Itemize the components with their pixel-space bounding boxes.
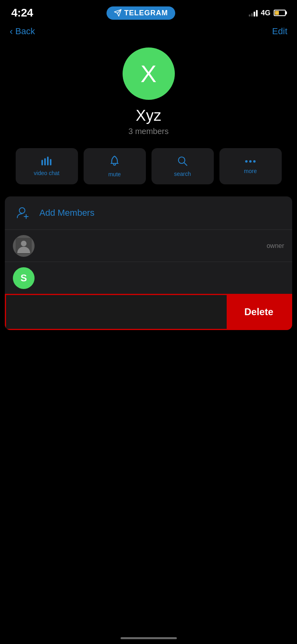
battery-fill bbox=[275, 11, 279, 15]
nav-bar: ‹ Back Edit bbox=[0, 22, 297, 43]
search-svg bbox=[177, 156, 188, 166]
member-1-avatar bbox=[13, 235, 35, 257]
svg-point-13 bbox=[21, 241, 27, 246]
delete-button[interactable]: Delete bbox=[227, 295, 291, 329]
search-label: search bbox=[174, 171, 191, 177]
svg-rect-0 bbox=[41, 160, 43, 165]
svg-point-9 bbox=[19, 208, 25, 213]
telegram-badge: TELEGRAM bbox=[107, 6, 175, 20]
telegram-icon bbox=[114, 9, 122, 17]
member-row-1: owner bbox=[5, 229, 292, 262]
more-icon bbox=[244, 159, 256, 165]
more-svg bbox=[244, 159, 256, 163]
svg-rect-2 bbox=[47, 157, 49, 165]
action-buttons: video chat mute search bbox=[0, 148, 297, 196]
member-1-photo bbox=[16, 238, 32, 254]
add-members-row[interactable]: Add Members bbox=[5, 196, 292, 229]
profile-section: X Xyz 3 members bbox=[0, 43, 297, 148]
search-button[interactable]: search bbox=[152, 148, 214, 184]
member-2-avatar: S bbox=[13, 267, 35, 289]
back-chevron-icon: ‹ bbox=[10, 26, 13, 37]
status-right: 4G bbox=[249, 9, 286, 17]
signal-bar-2 bbox=[251, 13, 253, 17]
add-members-icon bbox=[13, 203, 33, 223]
bell-svg bbox=[109, 155, 120, 167]
svg-rect-1 bbox=[44, 158, 46, 165]
status-time: 4:24 bbox=[11, 6, 33, 19]
member-1-role: owner bbox=[266, 242, 284, 250]
video-chat-icon bbox=[41, 157, 53, 167]
group-avatar: X bbox=[123, 47, 175, 100]
status-bar: 4:24 TELEGRAM 4G bbox=[0, 0, 297, 22]
search-icon bbox=[177, 156, 188, 167]
more-button[interactable]: more bbox=[219, 148, 282, 184]
svg-line-5 bbox=[184, 163, 187, 165]
svg-point-6 bbox=[245, 160, 248, 163]
signal-bar-1 bbox=[249, 14, 250, 17]
members-section: Add Members owner S Delete bbox=[5, 196, 292, 330]
network-type: 4G bbox=[261, 9, 270, 17]
swipe-delete-row[interactable]: Delete bbox=[5, 294, 292, 330]
status-center: TELEGRAM bbox=[107, 6, 175, 20]
swipe-row-content bbox=[6, 295, 227, 329]
svg-point-8 bbox=[253, 160, 256, 163]
svg-rect-3 bbox=[50, 159, 51, 165]
video-chat-svg bbox=[41, 157, 53, 165]
add-person-svg bbox=[16, 206, 30, 220]
mute-label: mute bbox=[108, 171, 121, 178]
svg-point-7 bbox=[249, 160, 252, 163]
back-button[interactable]: ‹ Back bbox=[10, 26, 35, 37]
mute-button[interactable]: mute bbox=[84, 148, 146, 184]
group-name: Xyz bbox=[136, 107, 161, 124]
delete-label: Delete bbox=[244, 306, 273, 318]
video-chat-button[interactable]: video chat bbox=[16, 148, 78, 184]
signal-bar-3 bbox=[254, 12, 255, 17]
add-members-label: Add Members bbox=[39, 208, 94, 218]
signal-bar-4 bbox=[256, 10, 258, 17]
member-2-initial: S bbox=[20, 272, 27, 284]
avatar-letter: X bbox=[140, 60, 156, 88]
mute-icon bbox=[109, 155, 120, 168]
home-indicator bbox=[121, 637, 177, 639]
video-chat-label: video chat bbox=[34, 170, 59, 176]
more-label: more bbox=[244, 168, 257, 174]
battery-icon bbox=[274, 10, 286, 16]
telegram-badge-text: TELEGRAM bbox=[124, 9, 168, 17]
back-label: Back bbox=[15, 26, 35, 37]
signal-bars bbox=[249, 9, 258, 17]
edit-button[interactable]: Edit bbox=[272, 26, 287, 37]
member-row-2: S bbox=[5, 262, 292, 294]
group-members-count: 3 members bbox=[128, 127, 168, 136]
